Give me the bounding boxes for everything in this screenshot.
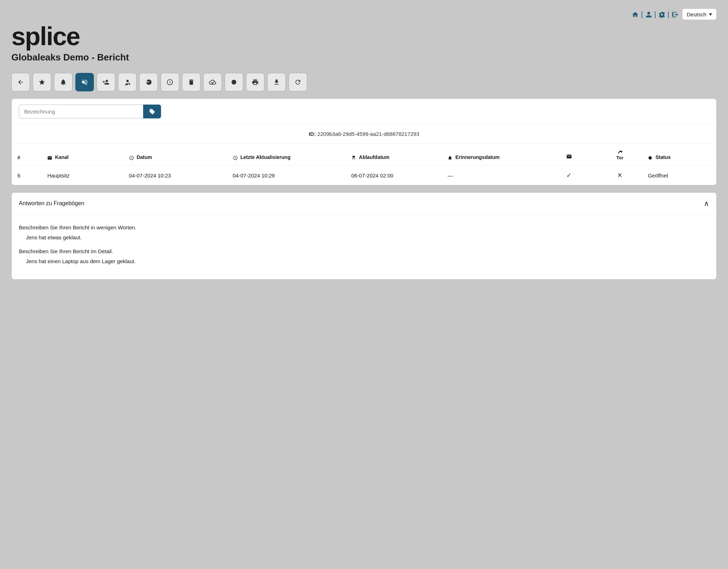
qa-answer-1: Jens hat etwas geklaut. <box>19 233 709 242</box>
main-report-card: ID: 2209b3a6-29d5-4599-aa21-d68678217293… <box>11 99 717 185</box>
chevron-down-icon: ▾ <box>709 11 712 17</box>
questionnaire-title: Antworten zu Fragebögen <box>19 200 84 207</box>
nav-separator-3: | <box>668 10 669 18</box>
th-datum: Datum <box>123 144 227 166</box>
th-erinnerung: Erinnerungsdatum <box>442 144 561 166</box>
qa-item-2: Beschreiben Sie Ihren Bericht im Detail.… <box>19 247 709 266</box>
th-letzte: Letzte Aktualisierung <box>227 144 346 166</box>
cell-num: 6 <box>12 166 42 185</box>
transfer-button[interactable] <box>139 73 158 91</box>
svg-point-0 <box>231 80 236 84</box>
id-value: 2209b3a6-29d5-4599-aa21-d68678217293 <box>317 131 419 137</box>
th-num: # <box>12 144 42 166</box>
th-kanal: Kanal <box>42 144 123 166</box>
report-table: # Kanal Datum <box>12 144 716 185</box>
clock-button[interactable] <box>161 73 179 91</box>
download-button[interactable] <box>267 73 286 91</box>
questionnaire-content: Beschreiben Sie Ihren Bericht in wenigen… <box>12 214 716 279</box>
id-label: ID: <box>309 131 316 137</box>
qa-item-1: Beschreiben Sie Ihren Bericht in wenigen… <box>19 223 709 242</box>
refresh-button[interactable] <box>289 73 307 91</box>
qa-answer-2: Jens hat einen Laptop aus dem Lager gekl… <box>19 257 709 266</box>
trash-button[interactable] <box>182 73 200 91</box>
header-nav: | | | Deutsch ▾ <box>11 9 717 20</box>
cell-erinnerung: — <box>442 166 561 185</box>
cell-ablauf: 06-07-2024 02:00 <box>346 166 442 185</box>
toolbar <box>11 73 717 91</box>
user-icon[interactable] <box>645 10 652 18</box>
cell-kanal: Hauptsitz <box>42 166 123 185</box>
cell-status: Geöffnet <box>642 166 716 185</box>
cloud-button[interactable] <box>203 73 222 91</box>
remove-user-button[interactable] <box>118 73 136 91</box>
nav-icons: | | | <box>632 10 679 18</box>
add-user-button[interactable] <box>97 73 115 91</box>
nav-separator-2: | <box>654 10 656 18</box>
record-button[interactable] <box>225 73 243 91</box>
search-input[interactable] <box>19 105 143 118</box>
questionnaire-section: Antworten zu Fragebögen ∧ Beschreiben Si… <box>11 192 717 280</box>
th-tor-label: Tor <box>603 155 636 160</box>
th-tor: Tor <box>598 144 642 166</box>
cell-tor: ✕ <box>598 166 642 185</box>
star-button[interactable] <box>33 73 51 91</box>
cell-letzte: 04-07-2024 10:29 <box>227 166 346 185</box>
qa-question-2: Beschreiben Sie Ihren Bericht im Detail. <box>19 247 709 256</box>
logout-icon[interactable] <box>671 10 679 18</box>
th-status: Status <box>642 144 716 166</box>
search-tag-button[interactable] <box>143 105 161 118</box>
collapse-icon: ∧ <box>704 199 709 208</box>
cell-datum: 04-07-2024 10:23 <box>123 166 227 185</box>
language-selector[interactable]: Deutsch ▾ <box>682 9 717 20</box>
settings-icon[interactable] <box>658 10 665 18</box>
cell-mail: ✓ <box>561 166 598 185</box>
language-label: Deutsch <box>687 11 706 17</box>
app-logo: splice <box>11 23 717 49</box>
qa-question-1: Beschreiben Sie Ihren Bericht in wenigen… <box>19 223 709 232</box>
search-row <box>19 105 161 118</box>
home-icon[interactable] <box>632 10 639 18</box>
page-title: Globaleaks Demo - Bericht <box>11 52 717 63</box>
svg-point-1 <box>649 156 652 159</box>
table-row: 6 Hauptsitz 04-07-2024 10:23 04-07-2024 … <box>12 166 716 185</box>
questionnaire-header[interactable]: Antworten zu Fragebögen ∧ <box>12 193 716 214</box>
mute-button[interactable] <box>75 73 94 91</box>
th-ablauf: Ablaufdatum <box>346 144 442 166</box>
report-id-row: ID: 2209b3a6-29d5-4599-aa21-d68678217293 <box>12 124 716 144</box>
print-button[interactable] <box>246 73 264 91</box>
bell-button[interactable] <box>54 73 73 91</box>
nav-separator-1: | <box>641 10 643 18</box>
th-mail <box>561 144 598 166</box>
back-button[interactable] <box>11 73 30 91</box>
